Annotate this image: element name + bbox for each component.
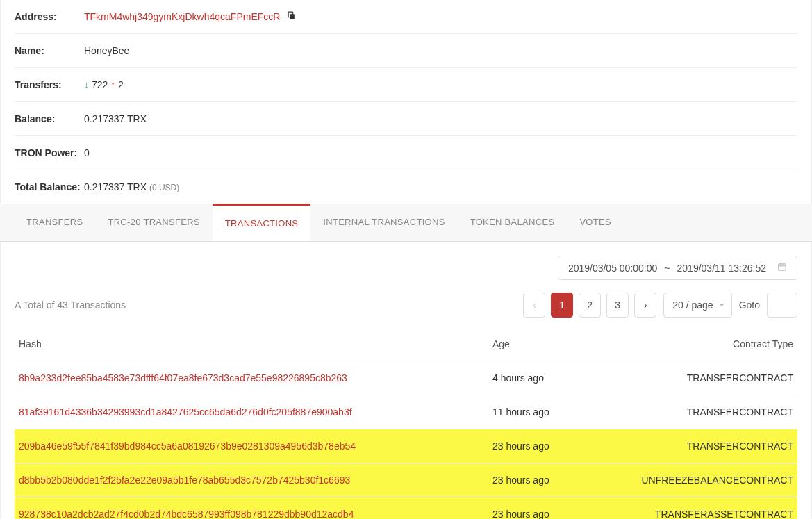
pager-prev[interactable]: ‹: [523, 293, 545, 318]
pager: ‹ 1 2 3 ›: [523, 293, 656, 318]
transfers-in-count: 722: [92, 79, 108, 90]
date-to: 2019/03/11 13:26:52: [677, 263, 766, 274]
col-age: Age: [488, 326, 578, 361]
col-hash: Hash: [15, 326, 488, 361]
tab-transfers[interactable]: TRANSFERS: [14, 204, 95, 241]
total-text: A Total of 43 Transactions: [15, 299, 126, 311]
cell-age: 23 hours ago: [488, 429, 578, 463]
detail-row-name: Name: HoneyBee: [15, 34, 797, 68]
table-row: d8bb5b2b080dde1f2f25fa2e22e09a5b1fe78ab6…: [15, 463, 797, 497]
hash-link[interactable]: 81af39161d4336b34293993cd1a8427625cc65da…: [19, 406, 352, 418]
detail-row-tron-power: TRON Power: 0: [15, 136, 797, 170]
transfers-out-count: 2: [118, 79, 124, 90]
cell-age: 4 hours ago: [488, 361, 578, 395]
table-row: 81af39161d4336b34293993cd1a8427625cc65da…: [15, 395, 797, 429]
hash-link[interactable]: 928738c10a2dcb2ad27f4cd0b2d74bdc6587993f…: [19, 509, 354, 519]
goto-label: Goto: [739, 299, 760, 311]
cell-hash: d8bb5b2b080dde1f2f25fa2e22e09a5b1fe78ab6…: [15, 463, 488, 497]
svg-rect-2: [779, 264, 786, 270]
detail-row-balance: Balance: 0.217337 TRX: [15, 102, 797, 136]
date-range-picker[interactable]: 2019/03/05 00:00:00 ~ 2019/03/11 13:26:5…: [558, 256, 797, 280]
tabs-bar: TRANSFERS TRC-20 TRANSFERS TRANSACTIONS …: [0, 204, 812, 242]
hash-link[interactable]: 209ba46e59f55f7841f39bd984cc5a6a08192673…: [19, 440, 356, 452]
label-transfers: Transfers:: [15, 79, 84, 90]
value-total-balance: 0.217337 TRX (0 USD): [84, 181, 179, 192]
hash-link[interactable]: 8b9a233d2fee85ba4583e73dfff64f07ea8fe673…: [19, 372, 347, 384]
account-details: Address: TFkmM4whj349gymKxjDkwh4qcaFPmEF…: [0, 0, 812, 204]
arrow-down-icon: ↓: [84, 79, 89, 90]
page-size-select[interactable]: 20 / page: [663, 293, 731, 318]
chevron-right-icon: ›: [644, 299, 647, 311]
cell-contract-type: TRANSFERCONTRACT: [578, 395, 797, 429]
label-name: Name:: [15, 45, 84, 56]
value-balance: 0.217337 TRX: [84, 113, 147, 124]
toolbar: 2019/03/05 00:00:00 ~ 2019/03/11 13:26:5…: [15, 256, 797, 280]
col-contract-type: Contract Type: [578, 326, 797, 361]
detail-row-total-balance: Total Balance: 0.217337 TRX (0 USD): [15, 170, 797, 204]
arrow-up-icon: ↑: [110, 79, 115, 90]
value-tron-power: 0: [84, 147, 90, 158]
label-address: Address:: [15, 11, 84, 22]
cell-age: 11 hours ago: [488, 395, 578, 429]
goto-input[interactable]: [767, 293, 797, 318]
cell-hash: 8b9a233d2fee85ba4583e73dfff64f07ea8fe673…: [15, 361, 488, 395]
transactions-table: Hash Age Contract Type 8b9a233d2fee85ba4…: [15, 326, 797, 519]
cell-contract-type: TRANSFERASSETCONTRACT: [578, 497, 797, 520]
total-balance-main: 0.217337 TRX: [84, 181, 147, 192]
cell-age: 23 hours ago: [488, 497, 578, 520]
table-row: 8b9a233d2fee85ba4583e73dfff64f07ea8fe673…: [15, 361, 797, 395]
calendar-icon: [777, 262, 787, 274]
cell-contract-type: TRANSFERCONTRACT: [578, 429, 797, 463]
value-address: TFkmM4whj349gymKxjDkwh4qcaFPmEFccR: [84, 11, 296, 22]
value-transfers: ↓ 722 ↑ 2: [84, 79, 124, 90]
pager-page-3[interactable]: 3: [606, 293, 629, 318]
pager-next[interactable]: ›: [634, 293, 656, 318]
pager-page-1[interactable]: 1: [551, 293, 573, 318]
cell-contract-type: TRANSFERCONTRACT: [578, 361, 797, 395]
tab-internal-transactions[interactable]: INTERNAL TRANSACTIONS: [310, 204, 457, 241]
cell-contract-type: UNFREEZEBALANCECONTRACT: [578, 463, 797, 497]
chevron-left-icon: ‹: [533, 299, 536, 311]
transactions-panel: 2019/03/05 00:00:00 ~ 2019/03/11 13:26:5…: [0, 242, 812, 519]
address-link[interactable]: TFkmM4whj349gymKxjDkwh4qcaFPmEFccR: [84, 11, 280, 22]
label-total-balance: Total Balance:: [15, 181, 84, 192]
summary-row: A Total of 43 Transactions ‹ 1 2 3 › 20 …: [15, 293, 797, 318]
detail-row-address: Address: TFkmM4whj349gymKxjDkwh4qcaFPmEF…: [15, 0, 797, 34]
value-name: HoneyBee: [84, 45, 129, 56]
pager-page-2[interactable]: 2: [579, 293, 601, 318]
tab-trc20-transfers[interactable]: TRC-20 TRANSFERS: [95, 204, 212, 241]
table-header-row: Hash Age Contract Type: [15, 326, 797, 361]
detail-row-transfers: Transfers: ↓ 722 ↑ 2: [15, 68, 797, 102]
hash-link[interactable]: d8bb5b2b080dde1f2f25fa2e22e09a5b1fe78ab6…: [19, 475, 350, 486]
table-row: 209ba46e59f55f7841f39bd984cc5a6a08192673…: [15, 429, 797, 463]
cell-hash: 81af39161d4336b34293993cd1a8427625cc65da…: [15, 395, 488, 429]
label-tron-power: TRON Power:: [15, 147, 84, 158]
pagination-controls: ‹ 1 2 3 › 20 / page Goto: [523, 293, 797, 318]
cell-age: 23 hours ago: [488, 463, 578, 497]
table-row: 928738c10a2dcb2ad27f4cd0b2d74bdc6587993f…: [15, 497, 797, 520]
total-balance-usd: (0 USD): [149, 183, 179, 192]
tab-transactions[interactable]: TRANSACTIONS: [213, 204, 310, 241]
label-balance: Balance:: [15, 113, 84, 124]
tab-token-balances[interactable]: TOKEN BALANCES: [458, 204, 567, 241]
cell-hash: 209ba46e59f55f7841f39bd984cc5a6a08192673…: [15, 429, 488, 463]
tab-votes[interactable]: VOTES: [567, 204, 624, 241]
page-size-value: 20 / page: [672, 299, 713, 311]
date-from: 2019/03/05 00:00:00: [568, 263, 657, 274]
date-separator: ~: [664, 263, 670, 274]
cell-hash: 928738c10a2dcb2ad27f4cd0b2d74bdc6587993f…: [15, 497, 488, 520]
copy-icon[interactable]: [287, 12, 296, 22]
